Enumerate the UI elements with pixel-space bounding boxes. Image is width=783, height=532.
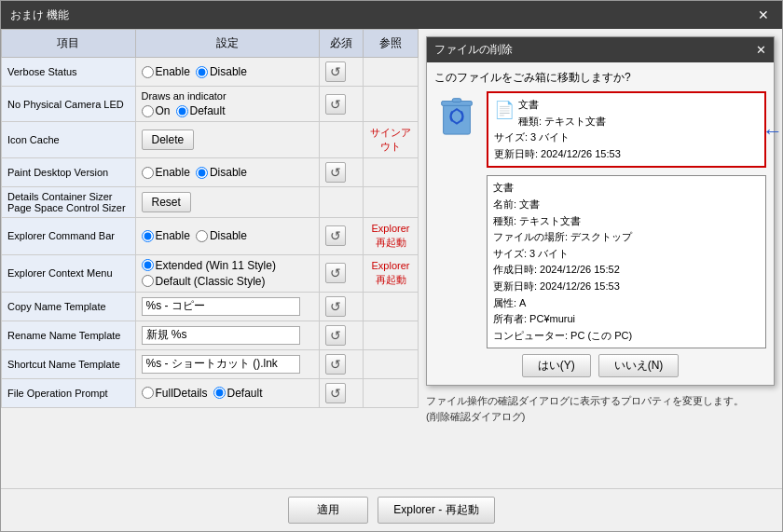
- radio-extended[interactable]: [142, 259, 154, 271]
- reset-button[interactable]: ↺: [325, 61, 346, 82]
- radio-enable[interactable]: [142, 167, 154, 179]
- radio-label-fulldetails[interactable]: FullDetails: [142, 387, 208, 400]
- radio-label-disable[interactable]: Disable: [196, 65, 247, 78]
- radio-label-default[interactable]: Default: [213, 387, 263, 400]
- radio-label-extended[interactable]: Extended (Win 11 Style): [142, 259, 276, 272]
- arrow-right-icon: ←: [762, 119, 782, 143]
- radio-group: Enable Disable: [142, 229, 313, 242]
- radio-classic[interactable]: [142, 275, 154, 287]
- row-reset: ↺: [319, 292, 363, 321]
- col-header-ref: 参照: [364, 30, 419, 58]
- delete-button[interactable]: Delete: [142, 130, 195, 150]
- shortcut-name-input[interactable]: [142, 355, 300, 374]
- radio-group: Enable Disable: [142, 65, 313, 78]
- settings-table: 項目 設定 必須 参照 Verbose Status Enable Disab: [1, 29, 419, 408]
- reset-button[interactable]: ↺: [325, 325, 346, 346]
- dialog-body: このファイルをごみ箱に移動しますか?: [427, 62, 774, 385]
- rename-name-input[interactable]: [142, 326, 300, 345]
- bottom-bar: 適用 Explorer - 再起動: [1, 488, 782, 531]
- file-info-1: 文書 種類: テキスト文書 サイズ: 3 バイト 更新日時: 2024/12/2…: [494, 97, 759, 162]
- row-setting: Draws an indicator On Default: [135, 87, 319, 122]
- recycle-icon-svg: [438, 91, 475, 136]
- table-row: Copy Name Template ↺: [2, 292, 419, 321]
- row-setting: Enable Disable: [135, 58, 319, 87]
- row-ref: Explorer再起動: [364, 254, 419, 292]
- radio-on[interactable]: [142, 105, 154, 117]
- radio-label-enable[interactable]: Enable: [142, 65, 190, 78]
- reset-button-inline[interactable]: Reset: [142, 192, 191, 212]
- row-reset: ↺: [319, 349, 363, 378]
- reset-button[interactable]: ↺: [325, 162, 346, 183]
- radio-default[interactable]: [176, 105, 188, 117]
- table-row: Shortcut Name Template ↺: [2, 349, 419, 378]
- close-button[interactable]: ✕: [754, 7, 773, 22]
- radio-disable[interactable]: [196, 66, 208, 78]
- row-ref: [364, 349, 419, 378]
- file-details-area: 📄 文書 種類: テキスト文書 サイズ: 3 バイト 更新日時: 2024/12…: [487, 91, 766, 348]
- row-reset: ↺: [319, 254, 363, 292]
- row-ref: [364, 87, 419, 122]
- title-bar: おまけ 機能 ✕: [1, 1, 782, 29]
- table-row: No Physical Camera LED Draws an indicato…: [2, 87, 419, 122]
- row-ref: Explorer再起動: [364, 218, 419, 255]
- row-setting: FullDetails Default: [135, 378, 319, 407]
- radio-label-on[interactable]: On: [142, 104, 171, 117]
- radio-default[interactable]: [213, 387, 226, 399]
- row-ref: [364, 58, 419, 87]
- reset-button[interactable]: ↺: [325, 225, 346, 246]
- svg-rect-2: [452, 99, 461, 102]
- radio-disable[interactable]: [196, 230, 208, 242]
- dialog-box: ファイルの削除 ✕ このファイルをごみ箱に移動しますか?: [426, 36, 775, 386]
- radio-label-enable[interactable]: Enable: [142, 229, 190, 242]
- main-window: おまけ 機能 ✕ 項目 設定 必須 参照 Verbose Status: [0, 0, 783, 532]
- radio-enable[interactable]: [142, 230, 154, 242]
- row-setting: Reset: [135, 187, 319, 218]
- dialog-title: ファイルの削除: [434, 42, 513, 58]
- row-setting: [135, 321, 319, 349]
- radio-label-classic[interactable]: Default (Classic Style): [142, 275, 266, 288]
- file-detail-box-2: 文書 名前: 文書 種類: テキスト文書 ファイルの場所: デスクトップ サイズ…: [487, 175, 766, 348]
- radio-enable[interactable]: [142, 66, 154, 78]
- yes-button[interactable]: はい(Y): [522, 354, 591, 377]
- file-icon-doc: 📄: [494, 97, 515, 124]
- reset-button[interactable]: ↺: [325, 263, 346, 283]
- dialog-question: このファイルをごみ箱に移動しますか?: [434, 70, 766, 86]
- row-setting: Extended (Win 11 Style) Default (Classic…: [135, 254, 319, 292]
- table-row: Icon Cache Delete サインアウト: [2, 122, 419, 158]
- table-row: Explorer Context Menu Extended (Win 11 S…: [2, 254, 419, 292]
- reset-button[interactable]: ↺: [325, 94, 346, 115]
- apply-button[interactable]: 適用: [288, 497, 368, 524]
- copy-name-input[interactable]: [142, 297, 300, 316]
- indicator-text: Draws an indicator: [142, 90, 313, 102]
- row-setting: Delete: [135, 122, 319, 158]
- row-setting: Enable Disable: [135, 218, 319, 255]
- row-ref: サインアウト: [364, 122, 419, 158]
- row-setting: [135, 349, 319, 378]
- radio-group: FullDetails Default: [142, 387, 313, 400]
- reset-button[interactable]: ↺: [325, 296, 346, 317]
- row-reset: ↺: [319, 321, 363, 349]
- row-name: Shortcut Name Template: [2, 349, 136, 378]
- file-detail-box-1: 📄 文書 種類: テキスト文書 サイズ: 3 バイト 更新日時: 2024/12…: [487, 91, 766, 168]
- dialog-close-button[interactable]: ✕: [756, 43, 766, 57]
- row-reset: ↺: [319, 218, 363, 255]
- col-header-setting: 設定: [135, 30, 319, 58]
- radio-label-disable[interactable]: Disable: [196, 229, 247, 242]
- row-reset: ↺: [319, 158, 363, 187]
- row-setting: Enable Disable: [135, 158, 319, 187]
- left-panel: 項目 設定 必須 参照 Verbose Status Enable Disab: [1, 29, 419, 488]
- row-name: Explorer Context Menu: [2, 254, 136, 292]
- radio-disable[interactable]: [196, 167, 208, 179]
- main-content: 項目 設定 必須 参照 Verbose Status Enable Disab: [1, 29, 782, 488]
- radio-label-enable[interactable]: Enable: [142, 166, 190, 179]
- row-name: Explorer Command Bar: [2, 218, 136, 255]
- explorer-restart-button[interactable]: Explorer - 再起動: [378, 497, 494, 524]
- radio-label-disable[interactable]: Disable: [196, 166, 247, 179]
- row-reset: [319, 187, 363, 218]
- radio-fulldetails[interactable]: [142, 387, 154, 399]
- col-header-required: 必須: [319, 30, 363, 58]
- no-button[interactable]: いいえ(N): [598, 354, 680, 377]
- reset-button[interactable]: ↺: [325, 383, 346, 403]
- radio-label-default[interactable]: Default: [176, 104, 226, 117]
- reset-button[interactable]: ↺: [325, 354, 346, 375]
